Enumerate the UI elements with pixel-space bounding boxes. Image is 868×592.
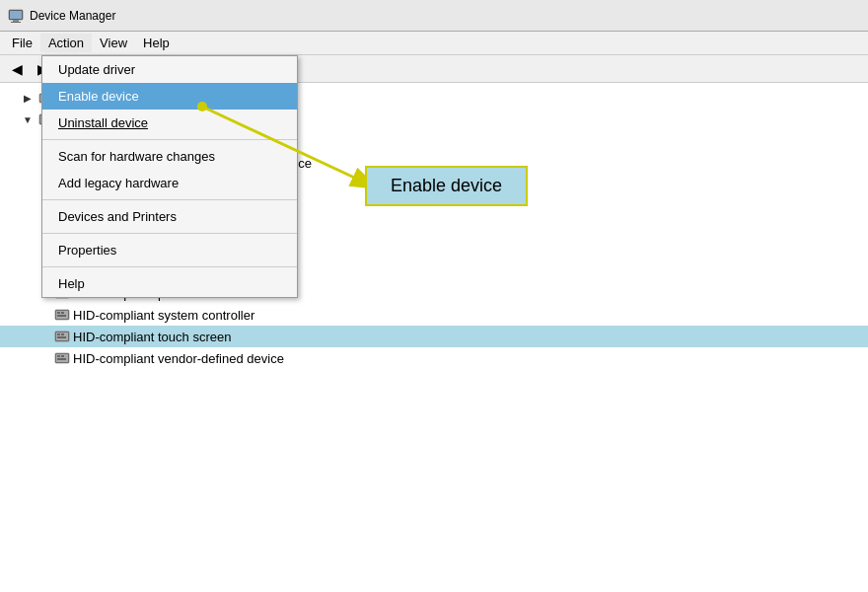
dropdown-sep-2 [42, 199, 297, 200]
svg-rect-3 [11, 22, 21, 23]
svg-rect-1 [10, 11, 22, 19]
dropdown-devices-printers[interactable]: Devices and Printers [42, 203, 297, 230]
hid-system-icon [54, 307, 70, 323]
tree-item-hid-vendor[interactable]: HID-compliant vendor-defined device [0, 347, 868, 369]
dropdown-uninstall-device[interactable]: Uninstall device [42, 110, 297, 136]
dropdown-scan-hardware[interactable]: Scan for hardware changes [42, 143, 297, 170]
svg-rect-68 [61, 355, 64, 357]
menu-bar: File Action View Help [0, 32, 868, 55]
menu-action[interactable]: Action [40, 34, 92, 52]
svg-rect-62 [57, 333, 60, 335]
dropdown-update-driver[interactable]: Update driver [42, 56, 297, 83]
menu-view[interactable]: View [92, 34, 135, 52]
svg-rect-58 [61, 312, 64, 314]
hid-expand-icon[interactable]: ▼ [20, 111, 36, 127]
svg-rect-57 [57, 312, 60, 314]
svg-rect-63 [61, 333, 64, 335]
hid-system-label: HID-compliant system controller [73, 308, 254, 323]
svg-rect-69 [57, 358, 66, 360]
app-icon [8, 8, 24, 24]
menu-help[interactable]: Help [135, 34, 178, 52]
dropdown-sep-1 [42, 139, 297, 140]
dropdown-sep-3 [42, 233, 297, 234]
action-dropdown-menu: Update driver Enable device Uninstall de… [41, 55, 298, 298]
title-bar: Device Manager [0, 0, 868, 32]
window-title: Device Manager [30, 9, 115, 23]
dropdown-help[interactable]: Help [42, 270, 297, 297]
expand-icon[interactable]: ▶ [20, 90, 36, 106]
svg-rect-67 [57, 355, 60, 357]
svg-rect-59 [57, 315, 66, 317]
dropdown-add-legacy[interactable]: Add legacy hardware [42, 170, 297, 196]
menu-file[interactable]: File [4, 34, 40, 52]
back-button[interactable]: ◀ [5, 58, 29, 80]
dropdown-properties[interactable]: Properties [42, 237, 297, 263]
hid-touch-icon [54, 329, 70, 344]
hid-touch-label: HID-compliant touch screen [73, 330, 231, 344]
hid-vendor-icon [54, 350, 70, 366]
tree-item-hid-touch[interactable]: HID-compliant touch screen [0, 326, 868, 347]
dropdown-enable-device[interactable]: Enable device [42, 83, 297, 110]
svg-rect-64 [57, 336, 66, 338]
svg-rect-2 [13, 20, 19, 22]
hid-vendor-label: HID-compliant vendor-defined device [73, 351, 284, 366]
tree-item-hid-system[interactable]: HID-compliant system controller [0, 304, 868, 326]
dropdown-sep-4 [42, 266, 297, 267]
